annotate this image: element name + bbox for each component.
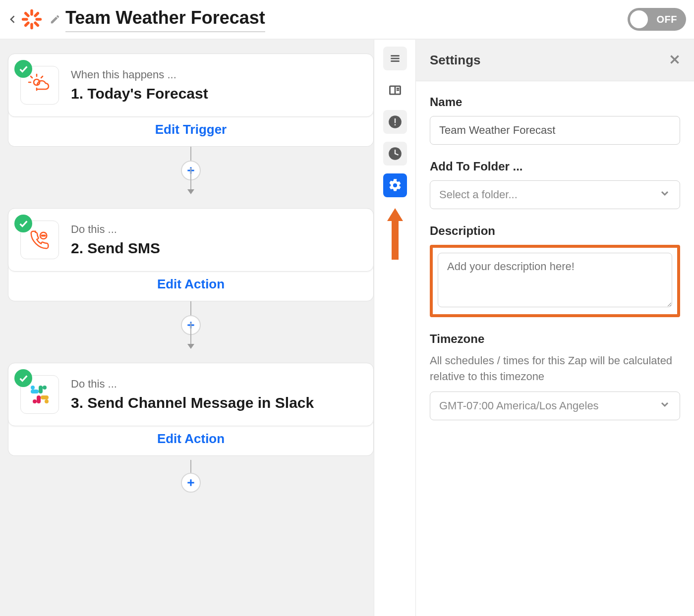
zapier-logo-icon bbox=[21, 8, 43, 30]
gear-icon[interactable] bbox=[383, 173, 407, 197]
edit-action-link[interactable]: Edit Action bbox=[157, 431, 225, 446]
svg-point-19 bbox=[45, 235, 46, 236]
edit-action-bar[interactable]: Edit Action bbox=[8, 422, 374, 456]
description-field-group: Description bbox=[430, 224, 680, 317]
annotation-highlight-box bbox=[430, 245, 680, 317]
svg-rect-25 bbox=[31, 390, 39, 393]
close-icon[interactable] bbox=[668, 53, 681, 68]
timezone-select[interactable]: GMT-07:00 America/Los Angeles bbox=[430, 392, 680, 420]
description-textarea[interactable] bbox=[438, 253, 672, 307]
name-input[interactable] bbox=[430, 116, 680, 145]
alert-icon[interactable] bbox=[383, 110, 407, 134]
svg-rect-2 bbox=[22, 18, 28, 21]
svg-point-28 bbox=[33, 399, 37, 403]
folder-placeholder: Select a folder... bbox=[439, 188, 518, 201]
edit-trigger-link[interactable]: Edit Trigger bbox=[155, 122, 227, 137]
panel-icon[interactable] bbox=[383, 78, 407, 102]
svg-rect-40 bbox=[394, 118, 395, 123]
edit-trigger-bar[interactable]: Edit Trigger bbox=[8, 113, 374, 147]
step-card-slack[interactable]: Do this ... 3. Send Channel Message in S… bbox=[8, 363, 374, 426]
chevron-down-icon bbox=[659, 398, 671, 413]
step-card-send-sms[interactable]: Do this ... 2. Send SMS bbox=[8, 208, 374, 272]
name-label: Name bbox=[430, 95, 680, 109]
timezone-label: Timezone bbox=[430, 332, 680, 346]
description-label: Description bbox=[430, 224, 680, 238]
svg-line-12 bbox=[31, 76, 32, 78]
svg-point-26 bbox=[43, 386, 47, 390]
step-prelabel: Do this ... bbox=[71, 378, 314, 391]
svg-rect-0 bbox=[30, 9, 33, 16]
check-icon bbox=[14, 369, 32, 387]
folder-label: Add To Folder ... bbox=[430, 160, 680, 173]
add-step-button[interactable] bbox=[181, 473, 201, 493]
settings-panel: Settings Name Add To Folder ... Select a… bbox=[415, 40, 694, 616]
svg-rect-3 bbox=[35, 18, 42, 21]
app-header: Team Weather Forecast OFF bbox=[0, 0, 694, 40]
svg-rect-7 bbox=[33, 21, 40, 27]
step-card-trigger[interactable]: When this happens ... 1. Today's Forecas… bbox=[8, 54, 374, 117]
pencil-icon[interactable] bbox=[50, 14, 60, 25]
toggle-knob bbox=[630, 10, 648, 28]
svg-rect-22 bbox=[39, 386, 43, 393]
timezone-helper: All schedules / times for this Zap will … bbox=[430, 353, 680, 385]
step-connector bbox=[151, 147, 231, 194]
svg-rect-23 bbox=[41, 395, 49, 399]
check-icon bbox=[14, 60, 32, 78]
back-arrow-icon[interactable] bbox=[8, 14, 18, 24]
step-title: 1. Today's Forecast bbox=[71, 85, 208, 102]
step-title: 3. Send Channel Message in Slack bbox=[71, 394, 314, 411]
edit-action-link[interactable]: Edit Action bbox=[157, 277, 225, 291]
step-prelabel: Do this ... bbox=[71, 223, 160, 236]
name-field-group: Name bbox=[430, 95, 680, 145]
svg-line-13 bbox=[41, 76, 43, 78]
menu-icon[interactable] bbox=[383, 47, 407, 70]
svg-rect-6 bbox=[24, 11, 30, 18]
step-connector-tail bbox=[151, 456, 231, 493]
folder-select[interactable]: Select a folder... bbox=[430, 180, 680, 209]
check-icon bbox=[14, 215, 32, 232]
step-connector bbox=[151, 301, 231, 349]
zap-title[interactable]: Team Weather Forecast bbox=[65, 7, 265, 28]
step-title: 2. Send SMS bbox=[71, 240, 160, 257]
svg-rect-24 bbox=[37, 395, 41, 403]
settings-title: Settings bbox=[430, 53, 481, 68]
edit-action-bar[interactable]: Edit Action bbox=[8, 268, 374, 301]
folder-field-group: Add To Folder ... Select a folder... bbox=[430, 160, 680, 209]
on-off-toggle[interactable]: OFF bbox=[628, 8, 686, 31]
chevron-down-icon bbox=[659, 187, 671, 202]
settings-header: Settings bbox=[416, 40, 694, 81]
svg-rect-41 bbox=[394, 124, 395, 125]
svg-rect-1 bbox=[30, 23, 33, 29]
zap-steps-canvas: When this happens ... 1. Today's Forecas… bbox=[0, 40, 374, 616]
side-rail bbox=[374, 40, 415, 616]
svg-point-27 bbox=[45, 399, 49, 403]
svg-rect-5 bbox=[24, 21, 30, 27]
clock-icon[interactable] bbox=[383, 142, 407, 166]
annotation-arrow-icon bbox=[387, 208, 403, 260]
timezone-field-group: Timezone All schedules / times for this … bbox=[430, 332, 680, 420]
svg-rect-4 bbox=[33, 11, 40, 18]
svg-point-29 bbox=[31, 386, 35, 390]
step-prelabel: When this happens ... bbox=[71, 68, 208, 81]
toggle-label: OFF bbox=[657, 14, 678, 25]
timezone-value: GMT-07:00 America/Los Angeles bbox=[439, 399, 599, 412]
